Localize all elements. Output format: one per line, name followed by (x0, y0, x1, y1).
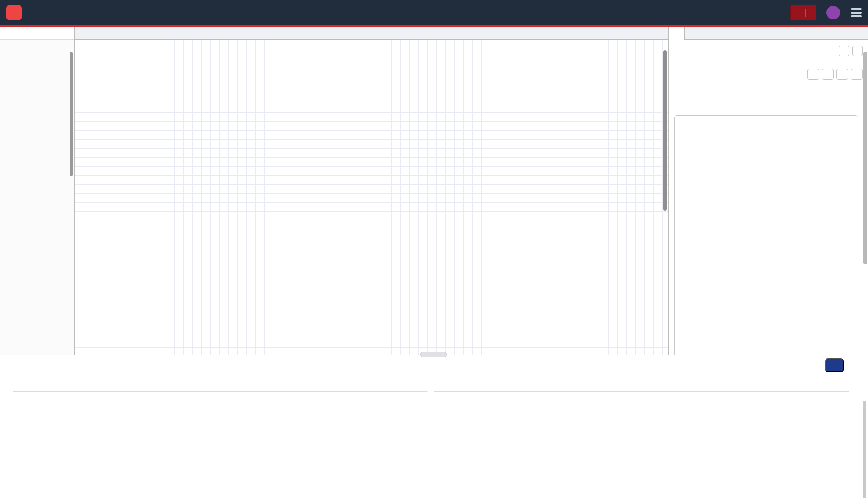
info-section (13, 385, 428, 392)
open-dashboard-button[interactable] (852, 46, 863, 56)
flow-tabbar (75, 27, 668, 40)
recent-activity-section (434, 385, 849, 392)
avatar[interactable] (826, 6, 840, 19)
dashboard-sidebar (668, 27, 868, 355)
flow-workspace (75, 27, 668, 355)
add-page-button[interactable] (851, 69, 863, 80)
palette-scroll (0, 40, 74, 355)
pages-header (674, 69, 863, 80)
flowfuse-logo-icon (6, 5, 22, 20)
app (0, 0, 868, 498)
deploy-button[interactable] (790, 5, 816, 20)
filter-nodes-input[interactable] (6, 30, 58, 37)
instance-content (0, 376, 868, 498)
workspace-area (0, 27, 868, 355)
sidebar-tabbar (669, 27, 868, 40)
expand-all-button[interactable] (822, 69, 834, 80)
sidebar-scrollbar[interactable] (863, 52, 867, 264)
instance-nav (0, 355, 868, 376)
pages-tree (674, 115, 858, 373)
dashboard-header (674, 46, 863, 56)
actions-button[interactable] (825, 358, 844, 372)
activity-card (434, 391, 849, 392)
instance-panel (0, 355, 868, 498)
canvas-scrollbar[interactable] (663, 50, 667, 211)
collapse-all-button[interactable] (807, 69, 819, 80)
tab-dashboard-2[interactable] (669, 27, 685, 40)
info-card (13, 391, 428, 392)
node-palette (0, 27, 75, 355)
add-link-button[interactable] (836, 69, 848, 80)
flow-canvas[interactable] (75, 40, 668, 355)
hamburger-menu-icon[interactable] (851, 8, 862, 17)
palette-filter (0, 27, 74, 40)
divider (805, 9, 806, 17)
dashboard-tabs (669, 62, 868, 62)
header (0, 0, 868, 25)
palette-scrollbar[interactable] (70, 52, 73, 176)
panel-scrollbar[interactable] (863, 401, 866, 498)
edit-settings-button[interactable] (839, 46, 849, 56)
